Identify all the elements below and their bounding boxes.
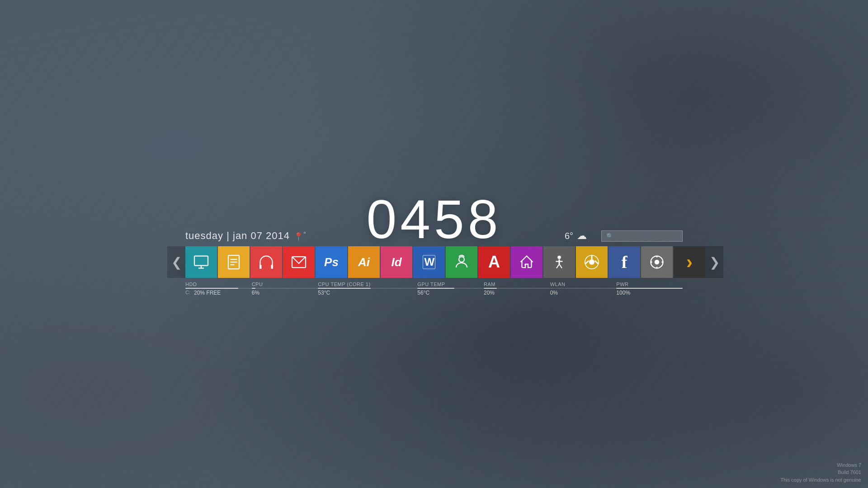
svg-line-22 (585, 261, 589, 264)
svg-line-17 (557, 264, 559, 268)
svg-point-20 (589, 259, 594, 265)
figure-icon (543, 246, 575, 278)
app-bar: ❮ (167, 246, 701, 278)
ps-icon: Ps (316, 246, 347, 278)
stat-pwr-bar-container (616, 288, 683, 289)
weather-display: 6° ☁ (565, 230, 587, 242)
weather-temp: 6° (565, 231, 573, 241)
stat-hdd-sub: C: (185, 290, 190, 296)
stat-cpu-temp: CPU TEMP (CORE 1) 53°C (318, 282, 417, 296)
svg-point-14 (557, 256, 561, 259)
facebook-icon: f (609, 246, 640, 278)
stat-hdd: HDD C: 20% FREE (185, 282, 252, 296)
search-input[interactable] (601, 230, 683, 242)
stat-wlan-value: 0% (550, 290, 617, 296)
stat-pwr: PWR 100% (616, 282, 683, 296)
stat-gpu-temp: GPU TEMP 56°C (417, 282, 484, 296)
stat-ram: RAM 20% (484, 282, 550, 296)
mail-icon (283, 246, 315, 278)
stat-gpu-temp-bar (417, 288, 454, 289)
windows-line1: Windows 7 (780, 461, 861, 469)
windows-line3: This copy of Windows is not genuine (780, 476, 861, 484)
home-icon (511, 246, 542, 278)
svg-rect-7 (259, 265, 262, 269)
nav-left-button[interactable]: ❮ (167, 246, 185, 278)
svg-point-25 (655, 260, 660, 265)
stat-ram-label: RAM (484, 282, 550, 287)
stat-cpu-label: CPU (252, 282, 318, 287)
headphones-icon (250, 246, 282, 278)
stat-ram-value: 20% (484, 290, 550, 296)
stat-gpu-temp-bar-container (417, 288, 484, 289)
stat-cpu-bar (252, 288, 256, 289)
nav-right-button[interactable]: ❯ (705, 246, 723, 278)
stat-hdd-bar (185, 288, 238, 289)
stat-gpu-temp-label: GPU TEMP (417, 282, 484, 287)
app-tile-illustrator[interactable]: Ai (348, 246, 380, 278)
stat-pwr-bar (616, 288, 683, 289)
date-display: tuesday | jan 07 2014 (185, 230, 290, 242)
plex-icon: › (674, 246, 705, 278)
app-tile-steam[interactable] (641, 246, 673, 278)
chrome-icon (576, 246, 608, 278)
windows-line2: Build 7601 (780, 469, 861, 476)
stat-cpu-bar-container (252, 288, 318, 289)
svg-text:W: W (425, 256, 435, 268)
app-tile-indesign[interactable]: Id (381, 246, 412, 278)
stat-cpu-temp-value: 53°C (318, 290, 417, 296)
stat-wlan-bar-container (550, 288, 617, 289)
id-icon: Id (381, 246, 412, 278)
svg-line-18 (559, 264, 562, 268)
app-tile-word[interactable]: W (413, 246, 445, 278)
stat-wlan: WLAN 0% (550, 282, 617, 296)
app-tile-facebook[interactable]: f (609, 246, 640, 278)
svg-rect-0 (194, 256, 208, 266)
svg-line-23 (595, 261, 599, 264)
app-tile-notes[interactable] (218, 246, 250, 278)
stat-cpu-value: 6% (252, 290, 318, 296)
main-container: tuesday | jan 07 2014 📍° 0458 6° ☁ ❮ (0, 0, 868, 488)
clock-display: 0458 (367, 192, 502, 246)
app-tile-plex[interactable]: › (674, 246, 705, 278)
ai-icon: Ai (348, 246, 380, 278)
app-tile-font[interactable]: A (478, 246, 510, 278)
svg-point-12 (459, 257, 464, 262)
stat-hdd-bar-container (185, 288, 252, 289)
windows-info: Windows 7 Build 7601 This copy of Window… (780, 461, 861, 484)
stat-pwr-value: 100% (616, 290, 683, 296)
stat-ram-bar-container (484, 288, 550, 289)
stat-cpu-temp-bar (318, 288, 371, 289)
stat-hdd-value: 20% FREE (194, 290, 221, 296)
app-icons-container: Ps Ai Id W (185, 246, 705, 278)
app-tile-chrome[interactable] (576, 246, 608, 278)
monitor-icon (185, 246, 217, 278)
stat-hdd-label: HDD (185, 282, 252, 287)
stat-cpu-temp-label: CPU TEMP (CORE 1) (318, 282, 417, 287)
app-tile-figure[interactable] (543, 246, 575, 278)
svg-rect-8 (271, 265, 274, 269)
stat-ram-bar (484, 288, 497, 289)
app-tile-home[interactable] (511, 246, 542, 278)
word-icon: W (413, 246, 445, 278)
font-a-icon: A (478, 246, 510, 278)
app-tile-headphones[interactable] (250, 246, 282, 278)
app-tile-photoshop[interactable]: Ps (316, 246, 347, 278)
stats-row: HDD C: 20% FREE CPU 6% CPU TEMP (CORE 1)… (167, 282, 701, 296)
location-icon: 📍° (293, 230, 306, 242)
app-tile-green[interactable] (446, 246, 477, 278)
stat-cpu: CPU 6% (252, 282, 318, 296)
stat-pwr-label: PWR (616, 282, 683, 287)
app-tile-mail[interactable] (283, 246, 315, 278)
stat-cpu-temp-bar-container (318, 288, 417, 289)
notes-icon (218, 246, 250, 278)
steam-icon (641, 246, 673, 278)
stat-wlan-label: WLAN (550, 282, 617, 287)
weather-icon: ☁ (577, 230, 587, 242)
stat-gpu-temp-value: 56°C (417, 290, 484, 296)
svg-rect-13 (525, 264, 526, 266)
green-app-icon (446, 246, 477, 278)
app-tile-monitor[interactable] (185, 246, 217, 278)
search-section[interactable] (601, 230, 683, 242)
